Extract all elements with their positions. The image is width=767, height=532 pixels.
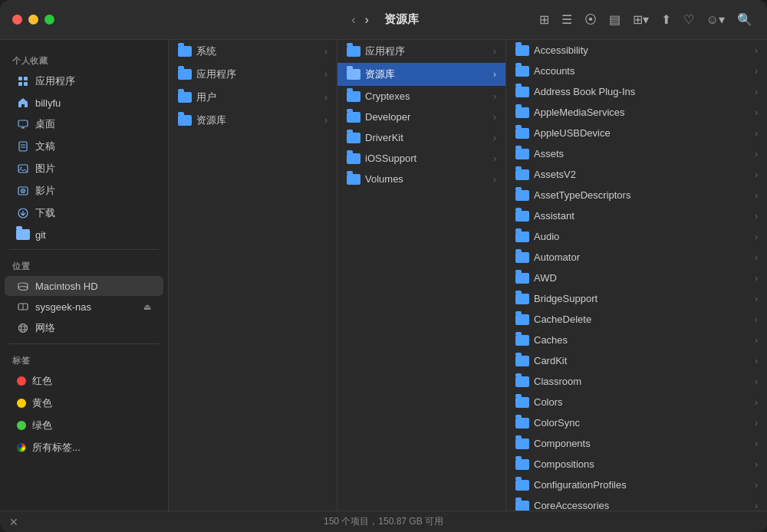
col3-item-classroom[interactable]: Classroom › — [506, 371, 767, 392]
folder-col3-icon-2 — [515, 87, 529, 97]
more-icon[interactable]: ☺▾ — [704, 10, 727, 29]
col1-item-users[interactable]: 用户 › — [169, 86, 337, 109]
col3-item-assets[interactable]: Assets › — [506, 143, 767, 164]
sidebar-item-tag-red[interactable]: 红色 — [5, 370, 163, 392]
statusbar-close-button[interactable]: ✕ — [9, 516, 18, 528]
col1-item-library[interactable]: 资源库 › — [169, 109, 337, 132]
arrange-icon[interactable]: ⊞▾ — [630, 10, 651, 29]
col3-item-awd[interactable]: AWD › — [506, 268, 767, 288]
col3-item-cachedelete[interactable]: CacheDelete › — [506, 309, 767, 330]
col2-item-library[interactable]: 资源库 › — [337, 63, 505, 86]
col3-item-audio[interactable]: Audio › — [506, 226, 767, 247]
chevron-col3-7: › — [755, 190, 758, 201]
list-view-icon[interactable]: ☰ — [559, 10, 574, 29]
folder-developer-icon — [347, 112, 360, 123]
sidebar-item-macintosh-hd[interactable]: Macintosh HD — [5, 276, 163, 296]
folder-volumes-icon — [347, 174, 360, 185]
sidebar-item-home[interactable]: billyfu — [5, 93, 163, 113]
col3-item-assistant[interactable]: Assistant › — [506, 205, 767, 226]
grid-view-icon[interactable]: ⊞ — [537, 10, 551, 29]
column-view-icon[interactable]: ⦿ — [582, 11, 599, 29]
sidebar-item-nas[interactable]: sysgeek-nas ⏏ — [5, 297, 163, 317]
col3-item-accessibility[interactable]: Accessibility › — [506, 40, 767, 61]
col2-item-driverkit-label: DriverKit — [365, 132, 403, 143]
tag-icon[interactable]: ♡ — [681, 10, 696, 29]
minimize-button[interactable] — [28, 15, 38, 25]
fullscreen-button[interactable] — [44, 15, 54, 25]
folder-col3-icon-18 — [515, 418, 529, 429]
search-icon[interactable]: 🔍 — [735, 10, 755, 29]
col3-item-bridgesupport[interactable]: BridgeSupport › — [506, 288, 767, 309]
folder-col3-icon-12 — [515, 294, 529, 304]
sidebar-item-desktop[interactable]: 桌面 — [5, 113, 163, 135]
tags-label: 标签 — [0, 349, 168, 369]
col3-item-label-0: Accessibility — [534, 44, 588, 56]
sidebar-item-desktop-label: 桌面 — [35, 117, 55, 131]
col3-item-assetsv2[interactable]: AssetsV2 › — [506, 164, 767, 185]
col3-item-automator[interactable]: Automator › — [506, 247, 767, 268]
folder-driverkit-icon — [347, 133, 360, 143]
col2-item-apps[interactable]: 应用程序 › — [337, 40, 505, 63]
folder-col3-icon-19 — [515, 438, 529, 449]
col3-item-colors[interactable]: Colors › — [506, 392, 767, 412]
col2-item-iossupport[interactable]: iOSSupport › — [337, 148, 505, 169]
sidebar-item-downloads[interactable]: 下载 — [5, 202, 163, 224]
col3-item-colorsync[interactable]: ColorSync › — [506, 412, 767, 433]
col3-item-accounts[interactable]: Accounts › — [506, 61, 767, 81]
sidebar-item-tag-all-label: 所有标签... — [32, 441, 81, 455]
svg-rect-5 — [21, 127, 25, 129]
col3-item-cardkit[interactable]: CardKit › — [506, 350, 767, 371]
folder-iossupport-icon — [347, 153, 360, 164]
col3-item-label-11: AWD — [534, 272, 557, 284]
gallery-view-icon[interactable]: ▤ — [607, 10, 623, 29]
col3-item-coreaccessories[interactable]: CoreAccessories › — [506, 495, 767, 511]
col3-item-address-book-plug-ins[interactable]: Address Book Plug-Ins › — [506, 81, 767, 102]
chevron-col3-19: › — [755, 438, 758, 449]
col3-item-compositions[interactable]: Compositions › — [506, 454, 767, 475]
svg-point-13 — [22, 190, 24, 192]
home-icon — [17, 97, 29, 109]
col1-item-system[interactable]: 系统 › — [169, 40, 337, 63]
chevron-volumes: › — [493, 174, 496, 185]
col3-item-appleusbdevice[interactable]: AppleUSBDevice › — [506, 123, 767, 143]
chevron-col3-11: › — [755, 273, 758, 284]
sidebar-item-docs[interactable]: 文稿 — [5, 136, 163, 157]
sidebar-item-pictures[interactable]: 图片 — [5, 158, 163, 179]
col3-item-applemediaservices[interactable]: AppleMediaServices › — [506, 102, 767, 123]
columns-area: 系统 › 应用程序 › 用户 › — [169, 40, 767, 511]
col2-item-cryptexes[interactable]: Cryptexes › — [337, 86, 505, 107]
col1-item-apps-label: 应用程序 — [196, 67, 236, 81]
column-3: Accessibility › Accounts › Address Book … — [506, 40, 767, 511]
chevron-col3-9: › — [755, 232, 758, 242]
eject-icon[interactable]: ⏏ — [143, 302, 151, 312]
col2-item-developer[interactable]: Developer › — [337, 107, 505, 127]
col3-item-caches[interactable]: Caches › — [506, 330, 767, 350]
folder-apps-icon — [178, 69, 192, 80]
forward-button[interactable]: › — [362, 11, 372, 28]
chevron-col3-4: › — [755, 128, 758, 139]
sidebar-item-apps[interactable]: 应用程序 — [5, 71, 163, 92]
col2-item-volumes[interactable]: Volumes › — [337, 169, 505, 189]
col3-item-label-7: AssetTypeDescriptors — [534, 189, 630, 201]
sidebar-item-git[interactable]: git — [5, 225, 163, 245]
back-button[interactable]: ‹ — [348, 11, 358, 28]
sidebar-item-movies[interactable]: 影片 — [5, 180, 163, 202]
sidebar-item-network[interactable]: 网络 — [5, 317, 163, 339]
chevron-users: › — [324, 92, 328, 103]
sidebar-item-tag-yellow[interactable]: 黄色 — [5, 392, 163, 414]
share-icon[interactable]: ⬆ — [659, 10, 673, 29]
col3-item-assettypedescriptors[interactable]: AssetTypeDescriptors › — [506, 185, 767, 205]
col2-item-driverkit[interactable]: DriverKit › — [337, 127, 505, 148]
folder-col3-icon-17 — [515, 397, 529, 408]
close-button[interactable] — [12, 15, 22, 25]
sidebar-item-tag-green[interactable]: 绿色 — [5, 415, 163, 436]
col3-item-configurationprofiles[interactable]: ConfigurationProfiles › — [506, 475, 767, 495]
col1-item-apps[interactable]: 应用程序 › — [169, 63, 337, 86]
titlebar-center: ‹ › 资源库 — [348, 11, 419, 28]
folder-col3-icon-0 — [515, 45, 529, 56]
favorites-label: 个人收藏 — [0, 49, 168, 70]
sidebar-item-docs-label: 文稿 — [35, 140, 55, 153]
chevron-col3-2: › — [755, 87, 758, 97]
sidebar-item-tag-all[interactable]: 所有标签... — [5, 437, 163, 458]
col3-item-components[interactable]: Components › — [506, 433, 767, 454]
